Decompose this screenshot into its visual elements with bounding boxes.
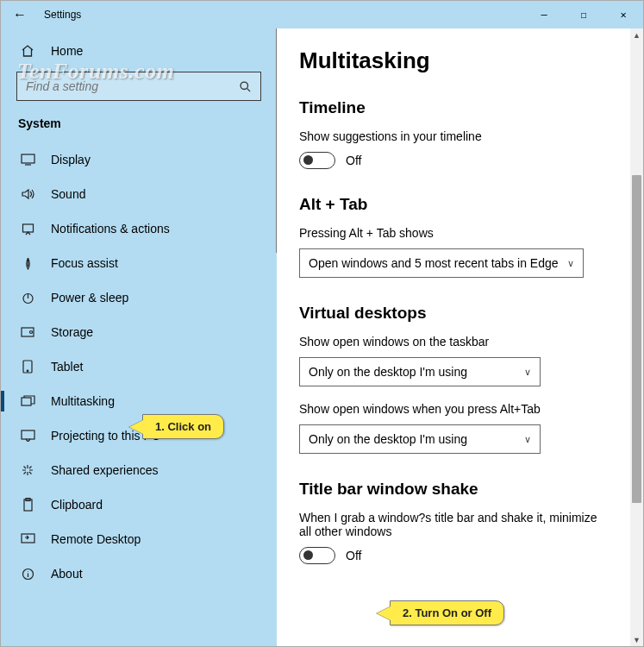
focus-assist-icon <box>18 257 37 270</box>
page-title: Multitasking <box>299 47 608 74</box>
group-window-shake: Title bar window shake When I grab a win… <box>299 480 608 564</box>
sidebar-item-sound[interactable]: Sound <box>1 177 277 211</box>
window-title: Settings <box>44 9 81 21</box>
window-body: Home System Display Sound Notifications … <box>1 28 643 646</box>
svg-rect-9 <box>22 430 34 439</box>
sidebar-item-label: About <box>51 567 83 581</box>
scroll-up-icon[interactable]: ▲ <box>630 28 643 41</box>
toggle-state: Off <box>346 549 361 562</box>
setting-label: Show open windows when you press Alt+Tab <box>299 402 608 416</box>
alt-tab-select[interactable]: Open windows and 5 most recent tabs in E… <box>299 248 584 278</box>
timeline-toggle[interactable] <box>299 152 335 169</box>
settings-window: ← Settings — ☐ ✕ Home System <box>0 0 644 647</box>
group-heading: Title bar window shake <box>299 480 608 499</box>
vd-taskbar-select[interactable]: Only on the desktop I'm using ∨ <box>299 357 541 386</box>
title-bar: ← Settings — ☐ ✕ <box>1 1 643 28</box>
sidebar-item-about[interactable]: About <box>1 556 277 591</box>
sidebar-item-multitasking[interactable]: Multitasking <box>1 384 277 418</box>
group-alt-tab: Alt + Tab Pressing Alt + Tab shows Open … <box>299 195 608 278</box>
select-value: Only on the desktop I'm using <box>309 365 467 379</box>
svg-rect-1 <box>22 154 34 163</box>
sidebar-item-remote-desktop[interactable]: Remote Desktop <box>1 522 277 556</box>
svg-point-5 <box>30 331 33 334</box>
chevron-down-icon: ∨ <box>524 434 531 445</box>
projecting-icon <box>18 430 37 442</box>
remote-desktop-icon <box>18 533 37 545</box>
sidebar-home[interactable]: Home <box>1 37 277 65</box>
chevron-down-icon: ∨ <box>524 367 531 378</box>
sidebar-item-label: Power & sleep <box>51 291 128 305</box>
home-label: Home <box>51 44 83 58</box>
sidebar: Home System Display Sound Notifications … <box>1 28 277 646</box>
svg-point-0 <box>241 82 247 89</box>
setting-label: When I grab a window?s title bar and sha… <box>299 511 608 538</box>
content-pane: Multitasking Timeline Show suggestions i… <box>277 28 643 646</box>
annotation-callout-2: 2. Turn On or Off <box>390 600 504 625</box>
setting-label: Show suggestions in your timeline <box>299 129 608 143</box>
storage-icon <box>18 327 37 337</box>
search-icon <box>239 80 252 93</box>
select-value: Only on the desktop I'm using <box>309 432 467 446</box>
sidebar-item-label: Storage <box>51 325 93 339</box>
sidebar-item-clipboard[interactable]: Clipboard <box>1 487 277 522</box>
sidebar-item-power-sleep[interactable]: Power & sleep <box>1 280 277 315</box>
sidebar-item-label: Multitasking <box>51 394 115 408</box>
content-main: Multitasking Timeline Show suggestions i… <box>277 28 630 646</box>
close-button[interactable]: ✕ <box>603 1 643 28</box>
setting-label: Pressing Alt + Tab shows <box>299 226 608 240</box>
power-icon <box>18 292 37 305</box>
tablet-icon <box>18 360 37 374</box>
notifications-icon <box>18 223 37 236</box>
chevron-down-icon: ∨ <box>567 258 574 269</box>
sidebar-item-label: Sound <box>51 187 85 201</box>
setting-label: Show open windows on the taskbar <box>299 335 608 349</box>
sidebar-item-label: Clipboard <box>51 498 103 512</box>
sidebar-item-tablet[interactable]: Tablet <box>1 349 277 384</box>
maximize-button[interactable]: ☐ <box>564 1 603 28</box>
annotation-callout-1: 1. Click on <box>142 414 224 439</box>
sidebar-item-label: Tablet <box>51 360 83 374</box>
sidebar-item-label: Shared experiences <box>51 463 159 477</box>
group-heading: Timeline <box>299 98 608 117</box>
multitasking-icon <box>18 395 37 407</box>
shake-toggle-row: Off <box>299 547 608 564</box>
group-heading: Alt + Tab <box>299 195 608 214</box>
sidebar-item-label: Focus assist <box>51 256 118 270</box>
scroll-thumb[interactable] <box>632 175 641 503</box>
sidebar-item-display[interactable]: Display <box>1 142 277 177</box>
about-icon <box>18 568 37 581</box>
sidebar-item-label: Notifications & actions <box>51 222 170 236</box>
toggle-state: Off <box>346 154 361 167</box>
sidebar-item-shared-experiences[interactable]: Shared experiences <box>1 453 277 487</box>
scroll-down-icon[interactable]: ▼ <box>630 633 643 646</box>
sidebar-item-storage[interactable]: Storage <box>1 315 277 349</box>
clipboard-icon <box>18 498 37 512</box>
search-box[interactable] <box>16 72 261 101</box>
shared-icon <box>18 463 37 477</box>
timeline-toggle-row: Off <box>299 152 608 169</box>
sidebar-section-header: System <box>1 113 277 142</box>
sound-icon <box>18 188 37 200</box>
back-button[interactable]: ← <box>13 7 30 22</box>
minimize-button[interactable]: — <box>524 1 564 28</box>
group-timeline: Timeline Show suggestions in your timeli… <box>299 98 608 169</box>
group-virtual-desktops: Virtual desktops Show open windows on th… <box>299 304 608 454</box>
svg-rect-2 <box>22 224 33 232</box>
window-controls: — ☐ ✕ <box>524 1 643 28</box>
select-value: Open windows and 5 most recent tabs in E… <box>309 256 559 270</box>
vd-alttab-select[interactable]: Only on the desktop I'm using ∨ <box>299 424 541 454</box>
display-icon <box>18 154 37 166</box>
home-icon <box>18 44 37 58</box>
search-input[interactable] <box>26 79 239 93</box>
sidebar-item-focus-assist[interactable]: Focus assist <box>1 246 277 280</box>
svg-rect-8 <box>22 398 31 405</box>
svg-point-7 <box>27 370 28 372</box>
shake-toggle[interactable] <box>299 547 335 564</box>
sidebar-item-notifications[interactable]: Notifications & actions <box>1 211 277 246</box>
sidebar-item-label: Remote Desktop <box>51 532 141 546</box>
sidebar-item-label: Display <box>51 153 91 166</box>
group-heading: Virtual desktops <box>299 304 608 323</box>
vertical-scrollbar[interactable]: ▲ ▼ <box>630 28 643 646</box>
